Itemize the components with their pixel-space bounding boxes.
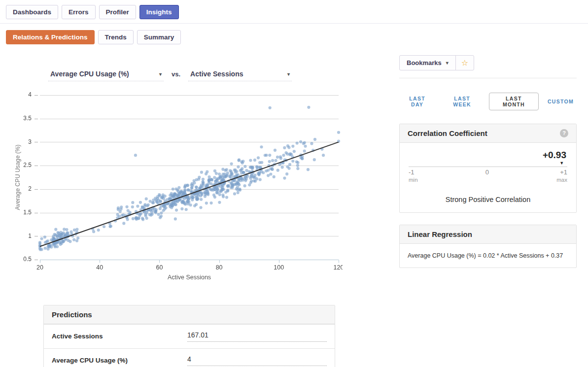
vs-label: vs.	[172, 70, 180, 81]
bookmarks-row: Bookmarks ▾ ☆	[399, 55, 577, 70]
help-icon[interactable]: ?	[560, 129, 568, 137]
predictions-title: Predictions	[52, 310, 92, 319]
star-icon: ☆	[461, 59, 468, 67]
prediction-row-active-sessions: Active Sessions	[44, 324, 335, 348]
x-metric-select[interactable]: Active Sessions ▾	[188, 70, 292, 81]
scale-min: -1 min	[409, 168, 418, 184]
side-panel: Bookmarks ▾ ☆ LAST DAY LAST WEEK LAST MO…	[399, 44, 577, 367]
main-content: Average CPU Usage (%) ▾ vs. Active Sessi…	[0, 44, 588, 367]
chevron-down-icon: ▾	[287, 71, 290, 77]
chevron-down-icon: ▾	[159, 71, 162, 77]
correlation-body: +0.93 ▼ -1 min 0 +1 max	[400, 143, 576, 212]
panel-divider	[399, 78, 577, 78]
linear-regression-title: Linear Regression	[408, 230, 472, 238]
insights-sub-navigation: Relations & Predictions Trends Summary	[0, 24, 588, 44]
nav-tab-profiler[interactable]: Profiler	[99, 5, 136, 19]
avg-cpu-usage-input[interactable]	[187, 354, 327, 366]
chevron-down-icon: ▾	[446, 60, 449, 66]
nav-tab-insights[interactable]: Insights	[139, 5, 179, 19]
predictions-header: Predictions	[44, 305, 335, 324]
tab-trends[interactable]: Trends	[98, 30, 134, 44]
correlation-marker-icon: ▼	[559, 161, 564, 166]
linear-regression-card: Linear Regression Average CPU Usage (%) …	[399, 225, 577, 268]
prediction-label: Active Sessions	[52, 333, 187, 340]
time-range-selector: LAST DAY LAST WEEK LAST MONTH CUSTOM	[399, 93, 577, 110]
bookmark-star-button[interactable]: ☆	[455, 56, 474, 70]
tab-summary[interactable]: Summary	[137, 30, 181, 44]
metric-selectors: Average CPU Usage (%) ▾ vs. Active Sessi…	[48, 70, 399, 81]
bookmarks-dropdown-button[interactable]: Bookmarks ▾	[400, 56, 455, 70]
scatter-chart-area	[12, 88, 399, 287]
prediction-label: Average CPU Usage (%)	[52, 357, 187, 364]
correlation-title: Correlation Coefficient	[408, 129, 487, 137]
tab-relations-predictions[interactable]: Relations & Predictions	[6, 30, 95, 44]
y-metric-select[interactable]: Average CPU Usage (%) ▾	[48, 70, 164, 81]
correlation-description: Strong Positive Correlation	[409, 196, 567, 203]
chart-column: Average CPU Usage (%) ▾ vs. Active Sessi…	[0, 44, 399, 367]
correlation-scale-line	[409, 167, 567, 167]
predictions-card: Predictions Active Sessions Average CPU …	[43, 305, 335, 367]
scatter-plot[interactable]	[12, 88, 343, 285]
bookmarks-group: Bookmarks ▾ ☆	[399, 55, 474, 70]
linear-regression-header: Linear Regression	[400, 225, 576, 244]
correlation-scale: ▼	[409, 161, 567, 167]
regression-equation: Average CPU Usage (%) = 0.02 * Active Se…	[400, 244, 576, 267]
time-range-last-day[interactable]: LAST DAY	[399, 93, 435, 110]
active-sessions-input[interactable]	[187, 330, 327, 342]
time-range-last-month[interactable]: LAST MONTH	[489, 93, 539, 110]
bookmarks-label: Bookmarks	[407, 59, 442, 67]
correlation-header: Correlation Coefficient ?	[400, 124, 576, 143]
y-metric-value: Average CPU Usage (%)	[50, 70, 129, 78]
time-range-last-week[interactable]: LAST WEEK	[441, 93, 483, 110]
correlation-card: Correlation Coefficient ? +0.93 ▼ -1 min…	[399, 124, 577, 213]
correlation-scale-ticks: -1 min 0 +1 max	[409, 168, 567, 184]
x-metric-value: Active Sessions	[190, 70, 243, 78]
correlation-value: +0.93	[409, 150, 567, 161]
scale-max: +1 max	[556, 168, 567, 184]
nav-tab-errors[interactable]: Errors	[62, 5, 96, 19]
scale-mid: 0	[485, 168, 489, 184]
time-range-custom[interactable]: CUSTOM	[545, 96, 577, 107]
nav-tab-dashboards[interactable]: Dashboards	[6, 5, 58, 19]
top-navigation: Dashboards Errors Profiler Insights	[0, 0, 588, 24]
prediction-row-avg-cpu: Average CPU Usage (%)	[44, 348, 335, 367]
